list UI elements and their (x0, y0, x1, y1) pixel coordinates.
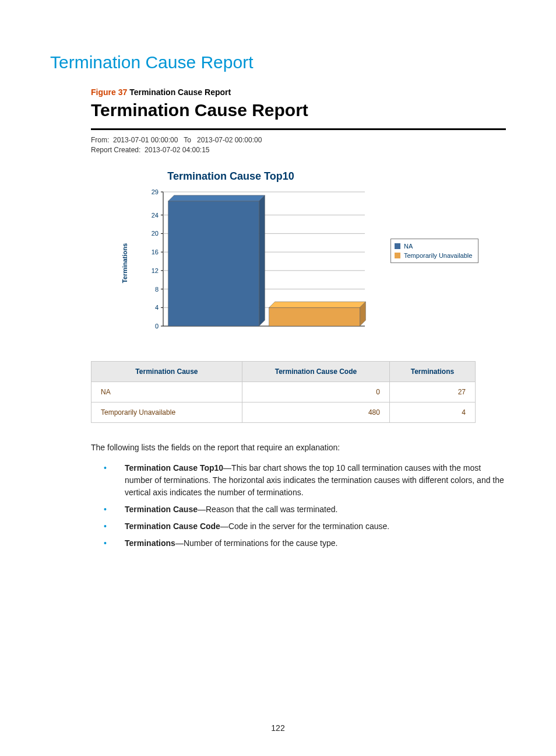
legend-swatch (395, 253, 400, 258)
chart-title: Termination Cause Top10 (114, 170, 347, 183)
to-value: 2013-07-02 00:00:00 (197, 136, 262, 144)
report-title: Termination Cause Report (91, 100, 506, 120)
table-header-row: Termination CauseTermination Cause CodeT… (92, 362, 476, 382)
field-term: Termination Cause Code (125, 522, 220, 531)
field-term: Terminations (125, 538, 175, 548)
svg-text:16: 16 (152, 249, 159, 256)
bar-chart-svg: 0481216202429 (143, 186, 376, 338)
list-item: Terminations—Number of terminations for … (91, 537, 506, 550)
to-label: To (184, 136, 191, 144)
table-cell: 480 (242, 402, 389, 423)
table-cell: 27 (389, 382, 475, 402)
chart-legend: NATemporarily Unavailable (390, 239, 478, 263)
y-axis-label: Terminations (121, 243, 128, 283)
table-cell: Temporarily Unavailable (92, 402, 242, 423)
table-cell: NA (92, 382, 242, 402)
table-cell: 0 (242, 382, 389, 402)
content-block: Figure 37 Termination Cause Report Termi… (91, 88, 506, 423)
field-descriptions: Termination Cause Top10—This bar chart s… (91, 462, 506, 550)
figure-label: Figure 37 (91, 88, 127, 97)
page-root: Termination Cause Report Figure 37 Termi… (0, 0, 556, 756)
list-item: Termination Cause—Reason that the call w… (91, 503, 506, 516)
svg-rect-27 (168, 201, 259, 326)
svg-rect-30 (269, 307, 360, 326)
legend-swatch (395, 243, 400, 249)
table-header: Terminations (389, 362, 475, 382)
svg-marker-26 (259, 195, 265, 326)
field-desc: —Reason that the call was terminated. (198, 505, 337, 514)
list-item: Termination Cause Top10—This bar chart s… (91, 462, 506, 499)
svg-text:12: 12 (152, 267, 159, 274)
legend-item: NA (395, 243, 472, 250)
figure-title: Termination Cause Report (129, 88, 231, 97)
svg-text:29: 29 (152, 188, 159, 195)
from-label: From: (91, 136, 109, 144)
figure-caption: Figure 37 Termination Cause Report (91, 88, 506, 97)
svg-text:0: 0 (155, 323, 159, 330)
page-number: 122 (0, 723, 556, 733)
table-row: NA027 (92, 382, 476, 402)
field-term: Termination Cause (125, 505, 198, 514)
from-value: 2013-07-01 00:00:00 (113, 136, 178, 144)
created-label: Report Created: (91, 146, 140, 154)
chart-plot-area: Terminations 0481216202429 (143, 186, 376, 340)
legend-item: Temporarily Unavailable (395, 252, 472, 259)
svg-marker-25 (168, 195, 265, 201)
table-header: Termination Cause Code (242, 362, 389, 382)
field-desc: —Number of terminations for the cause ty… (175, 538, 338, 548)
svg-text:20: 20 (152, 230, 159, 237)
chart-row: Terminations 0481216202429 NATemporarily… (143, 186, 506, 340)
intro-text: The following lists the fields on the re… (91, 442, 506, 454)
table-row: Temporarily Unavailable4804 (92, 402, 476, 423)
table-cell: 4 (389, 402, 475, 423)
svg-marker-28 (269, 302, 366, 307)
page-title: Termination Cause Report (50, 52, 506, 72)
field-desc: —Code in the server for the termination … (220, 522, 389, 531)
svg-text:24: 24 (152, 212, 159, 219)
legend-label: Temporarily Unavailable (404, 252, 472, 259)
date-range: From: 2013-07-01 00:00:00 To 2013-07-02 … (91, 136, 506, 144)
list-item: Termination Cause Code—Code in the serve… (91, 520, 506, 533)
svg-text:8: 8 (155, 286, 159, 293)
chart-section: Termination Cause Top10 Terminations 048… (91, 170, 506, 340)
explanation-block: The following lists the fields on the re… (91, 442, 506, 550)
svg-text:4: 4 (155, 304, 159, 311)
termination-cause-table: Termination CauseTermination Cause CodeT… (91, 361, 476, 423)
report-created: Report Created: 2013-07-02 04:00:15 (91, 146, 506, 154)
field-term: Termination Cause Top10 (125, 463, 223, 473)
table-header: Termination Cause (92, 362, 242, 382)
created-value: 2013-07-02 04:00:15 (145, 146, 209, 154)
report-divider (91, 128, 506, 130)
legend-label: NA (404, 243, 413, 250)
